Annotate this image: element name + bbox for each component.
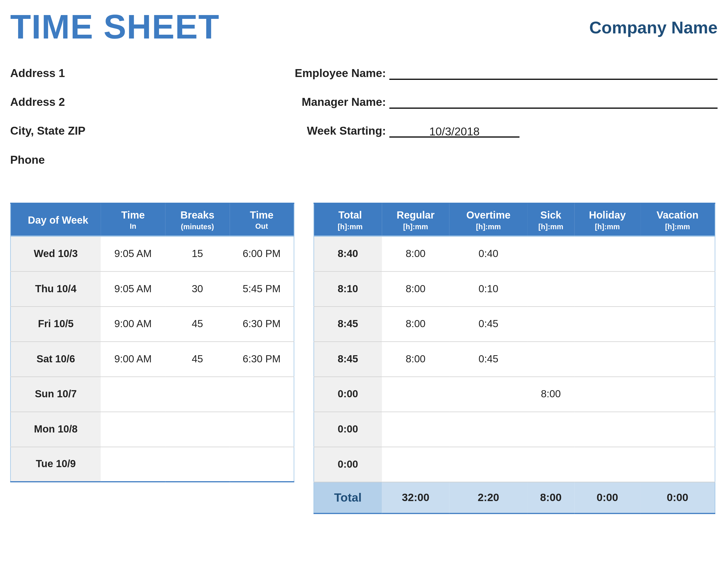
total-vacation: 0:00 [640, 482, 715, 513]
breaks-cell[interactable] [165, 376, 230, 412]
table-row: 0:008:00 [314, 376, 715, 412]
sick-cell[interactable] [527, 236, 575, 271]
table-row: 8:458:000:45 [314, 342, 715, 377]
breaks-cell[interactable]: 45 [165, 306, 230, 342]
time-entry-table: Day of Week TimeIn Breaks(minutes) TimeO… [10, 203, 294, 483]
total-cell: 0:00 [314, 376, 382, 412]
manager-name-field[interactable] [389, 96, 718, 109]
day-cell: Sat 10/6 [10, 342, 101, 377]
employee-name-field[interactable] [389, 67, 718, 80]
overtime-cell[interactable] [450, 376, 527, 412]
total-cell: 8:40 [314, 236, 382, 271]
phone-label: Phone [10, 153, 45, 166]
employee-name-label: Employee Name: [293, 67, 389, 80]
total-sick: 8:00 [527, 482, 575, 513]
vacation-cell[interactable] [640, 306, 715, 342]
time-out-cell[interactable]: 6:30 PM [230, 342, 294, 377]
total-holiday: 0:00 [574, 482, 640, 513]
regular-cell[interactable] [382, 412, 449, 447]
table-row: Sat 10/69:00 AM456:30 PM [10, 342, 294, 377]
regular-cell[interactable] [382, 376, 449, 412]
total-regular: 32:00 [382, 482, 449, 513]
holiday-cell[interactable] [574, 306, 640, 342]
regular-cell[interactable]: 8:00 [382, 236, 449, 271]
time-in-cell[interactable] [101, 376, 165, 412]
vacation-cell[interactable] [640, 236, 715, 271]
table-row: Thu 10/49:05 AM305:45 PM [10, 271, 294, 306]
holiday-cell[interactable] [574, 236, 640, 271]
breaks-cell[interactable]: 15 [165, 236, 230, 271]
day-cell: Tue 10/9 [10, 447, 101, 482]
regular-cell[interactable]: 8:00 [382, 271, 449, 306]
sick-cell[interactable] [527, 306, 575, 342]
address1-label: Address 1 [10, 67, 65, 80]
sick-cell[interactable] [527, 342, 575, 377]
holiday-cell[interactable] [574, 342, 640, 377]
header: TIME SHEET Company Name [10, 10, 718, 44]
time-out-cell[interactable]: 5:45 PM [230, 271, 294, 306]
time-out-cell[interactable] [230, 447, 294, 482]
total-cell: 0:00 [314, 447, 382, 482]
address2-label: Address 2 [10, 96, 65, 109]
time-out-cell[interactable] [230, 376, 294, 412]
time-in-cell[interactable]: 9:05 AM [101, 271, 165, 306]
city-state-zip-label: City, State ZIP [10, 124, 85, 137]
breaks-cell[interactable] [165, 447, 230, 482]
sick-cell[interactable] [527, 271, 575, 306]
col-overtime: Overtime[h]:mm [450, 203, 527, 236]
day-cell: Fri 10/5 [10, 306, 101, 342]
week-starting-label: Week Starting: [293, 124, 389, 137]
time-in-cell[interactable]: 9:05 AM [101, 236, 165, 271]
col-day: Day of Week [10, 203, 101, 236]
vacation-cell[interactable] [640, 376, 715, 412]
time-in-cell[interactable]: 9:00 AM [101, 342, 165, 377]
time-out-cell[interactable]: 6:00 PM [230, 236, 294, 271]
table-row: Wed 10/39:05 AM156:00 PM [10, 236, 294, 271]
overtime-cell[interactable]: 0:40 [450, 236, 527, 271]
table-row: Tue 10/9 [10, 447, 294, 482]
sick-cell[interactable] [527, 412, 575, 447]
total-overtime: 2:20 [450, 482, 527, 513]
breaks-cell[interactable] [165, 412, 230, 447]
table-row: 0:00 [314, 447, 715, 482]
week-starting-field[interactable]: 10/3/2018 [389, 125, 519, 138]
overtime-cell[interactable]: 0:45 [450, 342, 527, 377]
time-out-cell[interactable]: 6:30 PM [230, 306, 294, 342]
col-total: Total[h]:mm [314, 203, 382, 236]
vacation-cell[interactable] [640, 342, 715, 377]
totals-label: Total [314, 482, 382, 513]
regular-cell[interactable]: 8:00 [382, 342, 449, 377]
overtime-cell[interactable] [450, 412, 527, 447]
col-breaks: Breaks(minutes) [165, 203, 230, 236]
col-time-out: TimeOut [230, 203, 294, 236]
time-in-cell[interactable] [101, 447, 165, 482]
holiday-cell[interactable] [574, 447, 640, 482]
day-cell: Thu 10/4 [10, 271, 101, 306]
time-out-cell[interactable] [230, 412, 294, 447]
regular-cell[interactable]: 8:00 [382, 306, 449, 342]
vacation-cell[interactable] [640, 412, 715, 447]
breaks-cell[interactable]: 45 [165, 342, 230, 377]
vacation-cell[interactable] [640, 447, 715, 482]
col-regular: Regular[h]:mm [382, 203, 449, 236]
table-row: 0:00 [314, 412, 715, 447]
page-title: TIME SHEET [10, 10, 219, 44]
sick-cell[interactable] [527, 447, 575, 482]
table-row: 8:108:000:10 [314, 271, 715, 306]
breaks-cell[interactable]: 30 [165, 271, 230, 306]
regular-cell[interactable] [382, 447, 449, 482]
overtime-cell[interactable] [450, 447, 527, 482]
overtime-cell[interactable]: 0:10 [450, 271, 527, 306]
time-in-cell[interactable] [101, 412, 165, 447]
holiday-cell[interactable] [574, 271, 640, 306]
vacation-cell[interactable] [640, 271, 715, 306]
sick-cell[interactable]: 8:00 [527, 376, 575, 412]
holiday-cell[interactable] [574, 412, 640, 447]
col-time-in: TimeIn [101, 203, 165, 236]
table-row: 8:458:000:45 [314, 306, 715, 342]
total-cell: 8:45 [314, 306, 382, 342]
holiday-cell[interactable] [574, 376, 640, 412]
overtime-cell[interactable]: 0:45 [450, 306, 527, 342]
table-row: Fri 10/59:00 AM456:30 PM [10, 306, 294, 342]
time-in-cell[interactable]: 9:00 AM [101, 306, 165, 342]
